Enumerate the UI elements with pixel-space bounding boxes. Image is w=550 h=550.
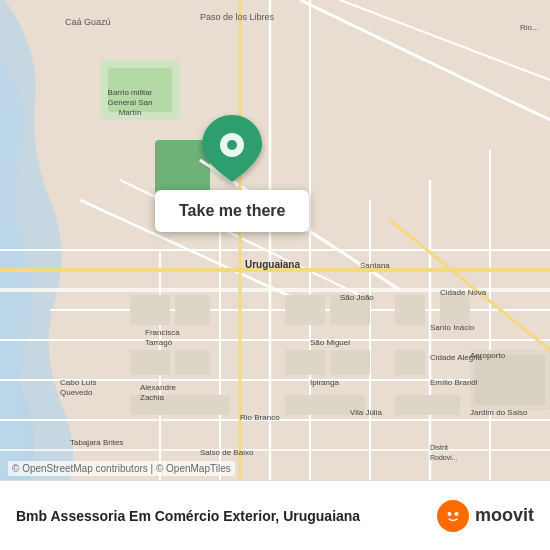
- svg-rect-28: [175, 295, 210, 325]
- place-name: Bmb Assessoria Em Comércio Exterior, Uru…: [16, 508, 360, 524]
- map-marker-area: Take me there: [155, 110, 309, 232]
- svg-text:Barrio militar: Barrio militar: [108, 88, 153, 97]
- svg-text:São Miguel: São Miguel: [310, 338, 350, 347]
- svg-rect-27: [130, 295, 170, 325]
- svg-text:Santana: Santana: [360, 261, 390, 270]
- take-me-there-button[interactable]: Take me there: [155, 190, 309, 232]
- place-info: Bmb Assessoria Em Comércio Exterior, Uru…: [16, 508, 360, 524]
- svg-text:Jardim do Salso: Jardim do Salso: [470, 408, 528, 417]
- svg-rect-34: [330, 350, 370, 375]
- svg-rect-30: [175, 350, 210, 375]
- map-view: Caá Guazú Paso de los Libres Barrio mili…: [0, 0, 550, 480]
- svg-rect-29: [130, 350, 170, 375]
- svg-text:Tabajara Brites: Tabajara Brites: [70, 438, 123, 447]
- svg-text:Zachia: Zachia: [140, 393, 165, 402]
- svg-text:Caá Guazú: Caá Guazú: [65, 17, 111, 27]
- svg-text:Salso de Baixo: Salso de Baixo: [200, 448, 254, 457]
- svg-text:Vila Júlia: Vila Júlia: [350, 408, 382, 417]
- bottom-info-bar: Bmb Assessoria Em Comércio Exterior, Uru…: [0, 480, 550, 550]
- location-pin-icon: [197, 110, 267, 190]
- svg-text:Distrit: Distrit: [430, 444, 448, 451]
- svg-text:Martín: Martín: [119, 108, 142, 117]
- svg-text:Cabo Luís: Cabo Luís: [60, 378, 96, 387]
- svg-text:Emílio Brandi: Emílio Brandi: [430, 378, 478, 387]
- svg-rect-42: [475, 355, 545, 405]
- svg-text:Rodovi...: Rodovi...: [430, 454, 458, 461]
- svg-rect-0: [0, 0, 550, 480]
- svg-text:Rio...: Rio...: [520, 23, 539, 32]
- moovit-logo: moovit: [437, 500, 534, 532]
- svg-rect-31: [285, 295, 325, 325]
- svg-text:Tarragó: Tarragó: [145, 338, 173, 347]
- svg-point-75: [447, 512, 451, 516]
- copyright-notice: © OpenStreetMap contributors | © OpenMap…: [8, 461, 235, 476]
- svg-rect-35: [395, 295, 425, 325]
- svg-point-76: [454, 512, 458, 516]
- svg-text:Uruguaiana: Uruguaiana: [245, 259, 300, 270]
- svg-rect-33: [285, 350, 325, 375]
- svg-text:Quevedo: Quevedo: [60, 388, 93, 397]
- svg-text:São João: São João: [340, 293, 374, 302]
- svg-rect-37: [395, 350, 425, 375]
- moovit-icon: [437, 500, 469, 532]
- svg-text:Alexandre: Alexandre: [140, 383, 177, 392]
- svg-text:Cidade Nova: Cidade Nova: [440, 288, 487, 297]
- moovit-label: moovit: [475, 505, 534, 526]
- svg-text:Santo Inácio: Santo Inácio: [430, 323, 475, 332]
- svg-point-73: [227, 140, 237, 150]
- svg-text:Rio Branco: Rio Branco: [240, 413, 280, 422]
- svg-rect-38: [395, 395, 460, 415]
- svg-text:Ipiranga: Ipiranga: [310, 378, 339, 387]
- svg-rect-36: [440, 295, 470, 325]
- svg-text:General San: General San: [108, 98, 153, 107]
- svg-text:Aeroporto: Aeroporto: [470, 351, 506, 360]
- svg-point-74: [442, 505, 464, 527]
- svg-text:Francisca: Francisca: [145, 328, 180, 337]
- svg-text:Paso de los Libres: Paso de los Libres: [200, 12, 275, 22]
